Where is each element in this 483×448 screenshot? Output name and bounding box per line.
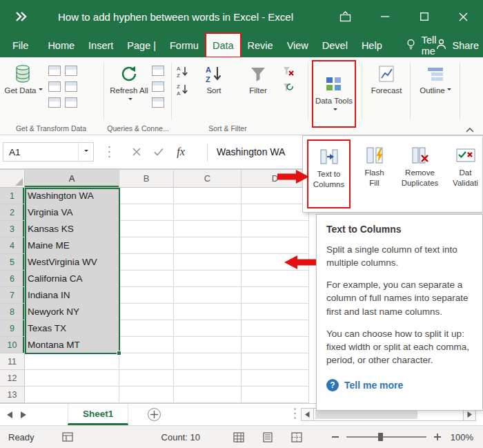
add-sheet-icon[interactable] — [148, 408, 161, 421]
cell-a10[interactable]: Montana MT — [25, 337, 119, 353]
cell[interactable] — [119, 237, 174, 254]
from-table-mini-icon[interactable] — [48, 66, 61, 76]
sort-az-icon[interactable]: AZ — [175, 64, 189, 78]
cell[interactable] — [119, 353, 174, 370]
cell[interactable] — [174, 188, 241, 204]
from-range-mini-icon[interactable] — [65, 97, 77, 108]
tab-bar-splitter-icon[interactable] — [293, 407, 297, 422]
workbook-links-mini-icon[interactable] — [152, 81, 164, 92]
maximize-icon[interactable] — [404, 0, 444, 33]
ribbon-display-options-icon[interactable] — [326, 0, 365, 33]
enter-icon[interactable] — [150, 144, 167, 160]
row-header-13[interactable]: 13 — [0, 387, 25, 403]
cell[interactable] — [119, 221, 174, 237]
formula-bar-handle-icon[interactable] — [101, 144, 117, 160]
tab-insert[interactable]: Insert — [81, 33, 120, 57]
cell-a3[interactable]: Kansas KS — [25, 221, 119, 237]
get-data-button[interactable]: Get Data — [4, 62, 43, 95]
refresh-all-button[interactable]: Refresh All — [109, 62, 149, 106]
cell[interactable] — [241, 287, 309, 304]
column-header-a[interactable]: A — [25, 170, 119, 188]
record-macro-icon[interactable] — [62, 432, 73, 442]
name-box[interactable]: A1 — [3, 142, 94, 162]
cell-a1[interactable]: Washington WA — [25, 188, 119, 204]
cell-a7[interactable]: Indiana IN — [25, 287, 119, 304]
cell-a9[interactable]: Texas TX — [25, 320, 119, 337]
cell[interactable] — [119, 387, 174, 403]
cell[interactable] — [119, 204, 174, 221]
tab-page-layout[interactable]: Page | — [120, 33, 163, 57]
status-count-label[interactable]: Count: 10 — [161, 432, 200, 442]
tab-home[interactable]: Home — [41, 33, 81, 57]
cell[interactable] — [119, 370, 174, 387]
data-tools-button[interactable]: Data Tools — [312, 60, 356, 128]
row-header-4[interactable]: 4 — [0, 237, 25, 254]
row-header-6[interactable]: 6 — [0, 271, 25, 287]
tell-me-more-link[interactable]: ? Tell me more — [326, 379, 473, 391]
cell-a6[interactable]: California CA — [25, 271, 119, 287]
cell[interactable] — [241, 254, 309, 271]
column-header-b[interactable]: B — [119, 170, 174, 188]
cell[interactable] — [174, 320, 241, 337]
filter-button[interactable]: Filter — [240, 62, 276, 95]
cell[interactable] — [241, 320, 309, 337]
cell[interactable] — [241, 387, 309, 403]
sheet-tab-sheet1[interactable]: Sheet1 — [68, 404, 128, 425]
row-header-3[interactable]: 3 — [0, 221, 25, 237]
forecast-button[interactable]: Forecast — [367, 62, 406, 95]
previous-sheet-icon[interactable] — [7, 411, 13, 418]
zoom-in-icon[interactable] — [433, 434, 442, 440]
row-header-5[interactable]: 5 — [0, 254, 25, 271]
cell[interactable] — [174, 221, 241, 237]
cell[interactable] — [241, 353, 309, 370]
cell[interactable] — [174, 353, 241, 370]
cell[interactable] — [241, 221, 309, 237]
column-header-c[interactable]: C — [174, 170, 241, 188]
scroll-left-icon[interactable] — [301, 408, 314, 421]
scrollbar-thumb[interactable] — [315, 410, 417, 419]
cell-a2[interactable]: Virginia VA — [25, 204, 119, 221]
row-header-11[interactable]: 11 — [0, 353, 25, 370]
cell[interactable] — [119, 320, 174, 337]
minimize-icon[interactable] — [365, 0, 404, 33]
cell[interactable] — [241, 271, 309, 287]
cell[interactable] — [119, 254, 174, 271]
page-break-view-icon[interactable] — [291, 432, 302, 442]
remove-duplicates-button[interactable]: Remove Duplicates — [398, 139, 442, 208]
cell[interactable] — [119, 188, 174, 204]
recent-sources-mini-icon[interactable] — [65, 66, 77, 76]
row-header-7[interactable]: 7 — [0, 287, 25, 304]
tab-data[interactable]: Data — [206, 33, 241, 57]
normal-view-icon[interactable] — [233, 432, 244, 442]
cell[interactable] — [241, 304, 309, 320]
sort-za-icon[interactable]: ZA — [175, 82, 189, 96]
select-all-corner[interactable] — [0, 170, 25, 188]
excel-app-icon[interactable] — [14, 9, 30, 24]
close-icon[interactable] — [444, 0, 483, 33]
zoom-slider-thumb[interactable] — [378, 433, 383, 441]
cell[interactable] — [241, 237, 309, 254]
next-sheet-icon[interactable] — [20, 411, 26, 418]
tell-me-button[interactable]: Tell me — [406, 33, 437, 57]
cell[interactable] — [174, 304, 241, 320]
row-header-2[interactable]: 2 — [0, 204, 25, 221]
row-header-8[interactable]: 8 — [0, 304, 25, 320]
cell[interactable] — [174, 370, 241, 387]
cancel-icon[interactable] — [128, 144, 145, 160]
tab-developer[interactable]: Devel — [315, 33, 355, 57]
tab-formulas[interactable]: Formu — [163, 33, 206, 57]
cell[interactable] — [174, 271, 241, 287]
cell[interactable] — [174, 287, 241, 304]
reapply-filter-icon[interactable] — [282, 81, 295, 95]
cell[interactable] — [119, 337, 174, 353]
formula-input[interactable]: Washington WA — [217, 142, 285, 162]
fill-handle[interactable] — [117, 351, 121, 356]
tab-file[interactable]: File — [0, 33, 41, 57]
cell-a8[interactable]: Newyork NY — [25, 304, 119, 320]
cell[interactable] — [241, 337, 309, 353]
text-to-columns-button[interactable]: Text to Columns — [307, 139, 351, 208]
tab-help[interactable]: Help — [355, 33, 389, 57]
cell[interactable] — [241, 188, 309, 204]
cell-a12[interactable] — [25, 370, 119, 387]
connection-properties-mini-icon[interactable] — [152, 66, 164, 76]
